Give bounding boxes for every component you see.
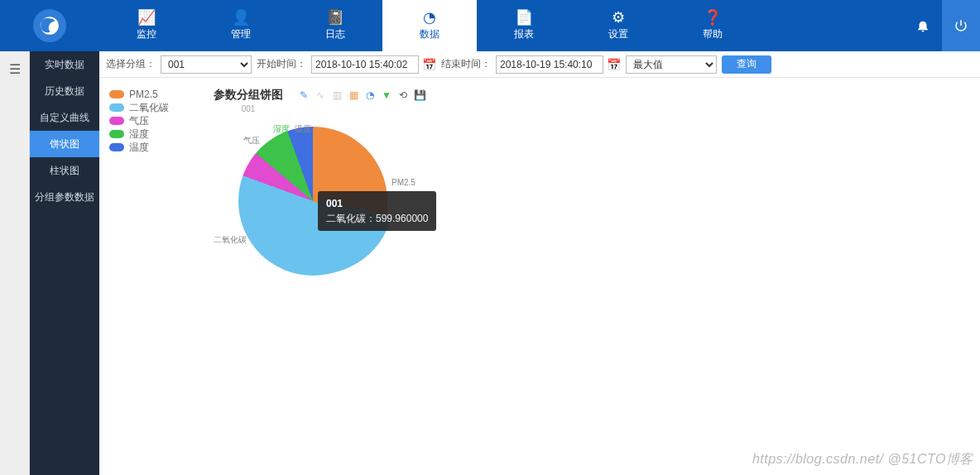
refresh-icon[interactable]: ⟲ — [397, 89, 409, 101]
legend-item-4[interactable]: 温度 — [109, 141, 197, 154]
book-icon: 📓 — [326, 10, 344, 25]
topnav-item-1[interactable]: 👤管理 — [194, 0, 288, 51]
start-time-input[interactable] — [311, 55, 419, 74]
sidebar-item-1[interactable]: 历史数据 — [30, 78, 99, 104]
sidebar-item-4[interactable]: 柱状图 — [30, 157, 99, 184]
legend: PM2.5二氧化碳气压湿度温度 — [106, 88, 197, 309]
sidebar-item-5[interactable]: 分组参数数据 — [30, 184, 99, 210]
end-time-input[interactable] — [496, 55, 603, 74]
main-panel: 选择分组： 001 开始时间： 📅 结束时间： 📅 最大值 查询 PM2.5二氧… — [99, 51, 980, 475]
top-bar: 📈监控👤管理📓日志◔数据📄报表⚙设置❓帮助 — [0, 0, 980, 51]
watermark: https://blog.csdn.net/ @51CTO博客 — [752, 451, 973, 468]
help-icon: ❓ — [704, 10, 722, 25]
group-select[interactable]: 001 — [161, 55, 252, 74]
legend-swatch — [109, 90, 124, 98]
query-button[interactable]: 查询 — [722, 55, 771, 74]
top-nav: 📈监控👤管理📓日志◔数据📄报表⚙设置❓帮助 — [99, 0, 904, 51]
legend-item-3[interactable]: 湿度 — [109, 127, 197, 141]
legend-label: 气压 — [129, 114, 149, 128]
topnav-label: 设置 — [608, 27, 628, 41]
chart-title: 参数分组饼图 — [214, 88, 283, 103]
topnav-label: 数据 — [420, 27, 440, 41]
legend-item-0[interactable]: PM2.5 — [109, 88, 197, 101]
pie-chart[interactable]: PM2.5 二氧化碳 气压 湿度 温度 001 二氧化碳：599.960000 — [214, 118, 429, 309]
legend-swatch — [109, 130, 124, 138]
slice-label-humid: 湿度 — [273, 123, 290, 135]
hamburger-toggle[interactable]: ☰ — [0, 51, 30, 475]
filter-icon[interactable]: ▼ — [381, 89, 392, 101]
slice-label-press: 气压 — [243, 135, 260, 146]
user-icon: 👤 — [232, 10, 250, 25]
leaf-globe-icon — [39, 15, 60, 36]
calendar-icon[interactable]: 📅 — [607, 58, 621, 71]
end-label: 结束时间： — [441, 57, 491, 71]
legend-label: 湿度 — [129, 127, 149, 142]
aggregate-select[interactable]: 最大值 — [626, 55, 717, 74]
slice-label-pm25: PM2.5 — [392, 178, 416, 187]
topnav-item-3[interactable]: ◔数据 — [382, 0, 477, 51]
bar-icon[interactable]: ▥ — [331, 89, 343, 101]
chart-tooltip: 001 二氧化碳：599.960000 — [318, 191, 436, 231]
logo — [0, 9, 99, 42]
legend-label: 温度 — [129, 141, 149, 155]
topnav-label: 管理 — [231, 27, 251, 41]
topnav-item-2[interactable]: 📓日志 — [288, 0, 382, 51]
topnav-label: 报表 — [514, 27, 534, 41]
slice-label-temp: 温度 — [295, 123, 311, 135]
pie-icon[interactable]: ◔ — [364, 89, 376, 101]
power-button[interactable] — [942, 0, 980, 51]
calendar-icon[interactable]: 📅 — [422, 58, 436, 71]
topnav-label: 日志 — [325, 27, 345, 41]
save-icon[interactable]: 💾 — [414, 89, 425, 101]
grid-icon[interactable]: ▦ — [348, 89, 359, 101]
chart-toolbar: ✎∿▥▦◔▼⟲💾 — [298, 89, 425, 101]
edit-icon[interactable]: ✎ — [298, 89, 310, 101]
chart-subtitle: 001 — [214, 104, 283, 113]
doc-icon: 📄 — [515, 10, 533, 25]
legend-label: PM2.5 — [129, 89, 158, 100]
legend-swatch — [109, 117, 124, 125]
filter-bar: 选择分组： 001 开始时间： 📅 结束时间： 📅 最大值 查询 — [99, 51, 980, 78]
chart-area: 参数分组饼图 001 ✎∿▥▦◔▼⟲💾 PM2.5 二氧化碳 气压 湿度 温度 … — [214, 88, 429, 309]
line-icon[interactable]: ∿ — [315, 89, 326, 101]
chart-icon: 📈 — [137, 10, 156, 25]
legend-swatch — [109, 143, 124, 151]
slice-label-co2: 二氧化碳 — [214, 234, 247, 246]
topnav-item-6[interactable]: ❓帮助 — [665, 0, 760, 51]
bell-icon[interactable] — [904, 18, 942, 33]
legend-label: 二氧化碳 — [129, 101, 169, 115]
legend-item-1[interactable]: 二氧化碳 — [109, 101, 197, 114]
pie-icon: ◔ — [423, 10, 436, 25]
sidebar-item-2[interactable]: 自定义曲线 — [30, 104, 99, 131]
legend-item-2[interactable]: 气压 — [109, 114, 197, 127]
topnav-item-5[interactable]: ⚙设置 — [571, 0, 665, 51]
sidebar-item-3[interactable]: 饼状图 — [30, 131, 99, 157]
sidebar: 实时数据历史数据自定义曲线饼状图柱状图分组参数数据 — [30, 51, 99, 475]
topnav-label: 监控 — [137, 27, 156, 41]
gear-icon: ⚙ — [612, 10, 625, 25]
start-label: 开始时间： — [257, 57, 306, 71]
group-label: 选择分组： — [106, 57, 156, 71]
topnav-label: 帮助 — [703, 27, 723, 41]
topnav-item-0[interactable]: 📈监控 — [99, 0, 194, 51]
topnav-item-4[interactable]: 📄报表 — [477, 0, 571, 51]
sidebar-item-0[interactable]: 实时数据 — [30, 51, 99, 78]
legend-swatch — [109, 103, 124, 112]
